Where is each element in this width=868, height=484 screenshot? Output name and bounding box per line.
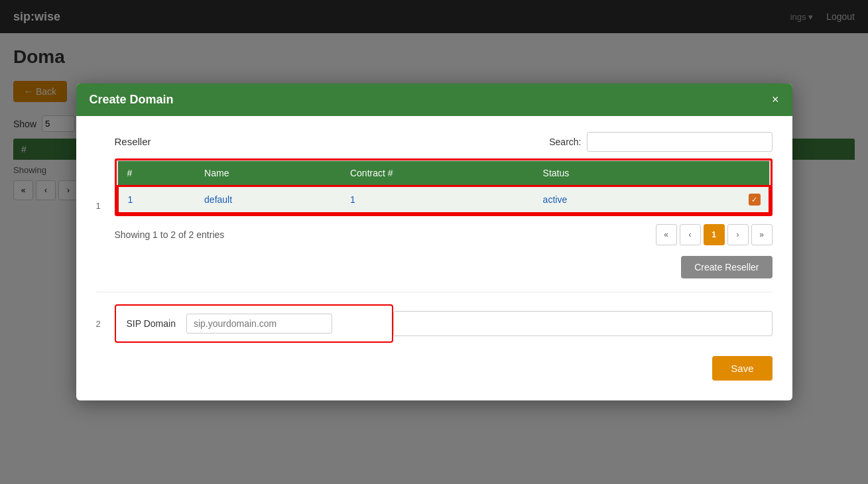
sip-domain-label: SIP Domain — [127, 318, 176, 329]
pag-next-button[interactable]: › — [727, 224, 749, 245]
reseller-table-header-row: # Name Contract # Status — [117, 160, 769, 186]
search-row: Search: — [549, 132, 772, 152]
reseller-table-head: # Name Contract # Status — [117, 160, 769, 186]
pagination-buttons: « ‹ 1 › » — [656, 224, 773, 245]
reseller-top-row: Reseller Search: — [115, 132, 773, 152]
pag-page-1-button[interactable]: 1 — [704, 224, 725, 245]
modal-close-button[interactable]: × — [772, 93, 779, 105]
pag-first-button[interactable]: « — [656, 224, 677, 245]
save-button[interactable]: Save — [712, 356, 772, 381]
modal-header: Create Domain × — [76, 84, 792, 116]
reseller-table: # Name Contract # Status 1 default — [117, 160, 771, 215]
create-domain-modal: Create Domain × 1 Reseller Search: — [76, 84, 792, 401]
reseller-section: 1 Reseller Search: # Name — [96, 132, 773, 279]
modal-overlay: Create Domain × 1 Reseller Search: — [0, 0, 868, 484]
search-input[interactable] — [587, 132, 773, 152]
sip-domain-row-container: SIP Domain — [115, 304, 773, 343]
search-label: Search: — [549, 137, 581, 147]
section-divider — [96, 292, 773, 292]
sip-domain-section: 2 SIP Domain — [96, 304, 773, 343]
reseller-label: Reseller — [115, 136, 151, 147]
sip-domain-full-input[interactable] — [393, 311, 773, 336]
col-hash: # — [117, 160, 195, 186]
cell-name: default — [195, 186, 341, 213]
create-reseller-button[interactable]: Create Reseller — [681, 256, 772, 278]
cell-checkbox[interactable]: ✓ — [674, 186, 769, 213]
pag-last-button[interactable]: » — [751, 224, 773, 245]
pagination-row: Showing 1 to 2 of 2 entries « ‹ 1 › » — [115, 224, 773, 245]
selected-checkbox: ✓ — [749, 194, 761, 206]
modal-title: Create Domain — [90, 93, 174, 107]
cell-num: 1 — [117, 186, 195, 213]
table-row[interactable]: 1 default 1 active ✓ — [117, 186, 769, 213]
pag-prev-button[interactable]: ‹ — [680, 224, 701, 245]
section-number-2: 2 — [96, 319, 101, 329]
reseller-table-selected-wrapper: # Name Contract # Status 1 default — [115, 158, 773, 217]
col-name: Name — [195, 160, 341, 186]
section-number-1: 1 — [96, 200, 101, 210]
showing-text: Showing 1 to 2 of 2 entries — [115, 229, 225, 240]
cell-contract: 1 — [341, 186, 534, 213]
col-action — [674, 160, 769, 186]
reseller-table-body: 1 default 1 active ✓ — [117, 186, 769, 213]
modal-body: 1 Reseller Search: # Name — [76, 116, 792, 401]
sip-domain-input[interactable] — [186, 314, 332, 333]
cell-status: active — [534, 186, 675, 213]
sip-domain-box: SIP Domain — [115, 304, 393, 343]
col-status: Status — [534, 160, 675, 186]
col-contract: Contract # — [341, 160, 534, 186]
